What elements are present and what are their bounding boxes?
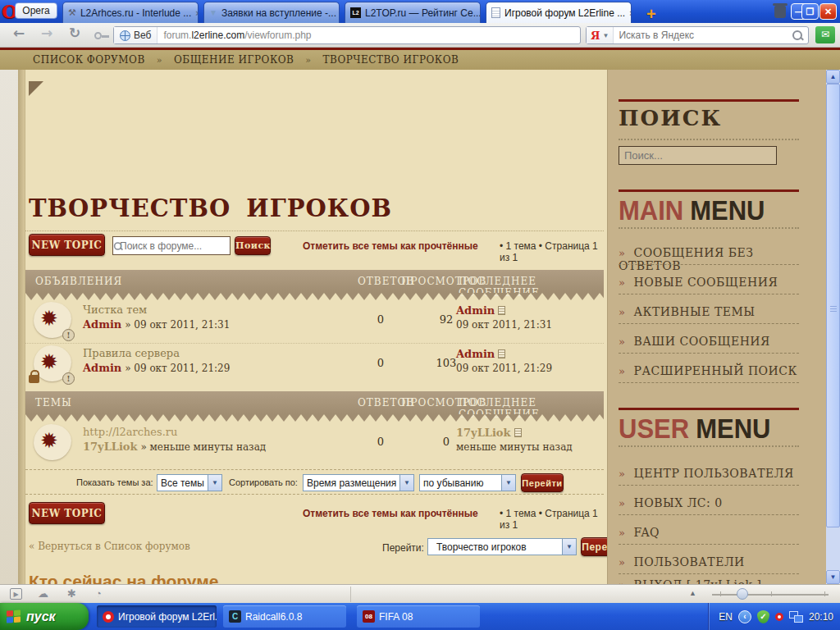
goto-post-icon[interactable]: [498, 349, 505, 358]
search-engine-selector[interactable]: Я ▼: [587, 27, 614, 43]
forum-search-input[interactable]: [118, 240, 247, 252]
sidebar-item-faq[interactable]: »FAQ: [619, 526, 807, 539]
jump-to-select[interactable]: Творчество игроков ▼: [427, 538, 577, 555]
last-post-author-link[interactable]: Admin: [456, 304, 495, 317]
sidebar-item-members[interactable]: »ПОЛЬЗОВАТЕЛИ: [619, 555, 807, 568]
scrollbar-thumb[interactable]: [826, 84, 840, 527]
sidebar-item-label: РАСШИРЕННЫЙ ПОИСК: [633, 364, 797, 377]
filter-go-button[interactable]: Перейти: [521, 473, 564, 492]
language-indicator[interactable]: EN: [719, 611, 733, 623]
url-text[interactable]: forum.l2erline.com/viewforum.php: [158, 30, 311, 41]
main-menu-heading: MAINMENU: [619, 195, 765, 227]
goto-post-icon[interactable]: [498, 306, 505, 315]
zoom-tick: [824, 591, 825, 596]
topic-icon-blob: ✹ !: [34, 345, 71, 381]
topic-link[interactable]: http://l2arches.ru: [83, 426, 266, 438]
taskbar-task-fifa[interactable]: 08 FIFA 08: [357, 605, 480, 628]
sidebar-item-your-posts[interactable]: »ВАШИ СООБЩЕНИЯ: [619, 335, 807, 348]
show-topics-select[interactable]: Все темы ▼: [157, 474, 222, 491]
start-button[interactable]: пуск: [0, 603, 89, 630]
divider: [619, 544, 799, 545]
sidebar-item-logout[interactable]: »ВЫХОД [ 17yLLiok ]: [619, 578, 807, 584]
chevron-down-icon[interactable]: ▼: [562, 539, 576, 555]
search-input[interactable]: [614, 30, 792, 41]
tab-l2top[interactable]: L2 L2TOP.ru — Рейтинг Се... ×: [345, 2, 481, 23]
zoom-slider-thumb[interactable]: [737, 588, 748, 600]
forum-search-button[interactable]: Поиск: [235, 236, 271, 255]
last-post-date: 09 окт 2011, 21:31: [456, 319, 604, 331]
opera-link-cloud-icon[interactable]: ☁: [38, 587, 48, 600]
new-topic-button[interactable]: NEW TOPIC: [29, 234, 105, 256]
goto-post-icon[interactable]: [514, 428, 522, 437]
mark-read-link[interactable]: Отметить все темы как прочтённые: [303, 508, 478, 519]
reload-icon[interactable]: ↻: [69, 25, 80, 41]
sort-direction-select[interactable]: по убыванию ▼: [419, 474, 516, 491]
zoom-slider-track[interactable]: [712, 594, 829, 596]
tab-zayavki[interactable]: ▼ Заявки на вступление -... ×: [203, 2, 340, 23]
last-post-author-link[interactable]: 17yLLiok: [456, 427, 511, 439]
sidebar-item-active-topics[interactable]: »АКТИВНЫЕ ТЕМЫ: [619, 305, 807, 318]
sidebar-item-new-pms[interactable]: »НОВЫХ ЛС: 0: [619, 496, 807, 509]
announcement-badge-icon: !: [62, 329, 75, 341]
breadcrumb-current[interactable]: ТВОРЧЕСТВО ИГРОКОВ: [323, 54, 459, 66]
sidebar-item-user-control-panel[interactable]: »ЦЕНТР ПОЛЬЗОВАТЕЛЯ: [619, 467, 807, 480]
forum-search-box[interactable]: [112, 236, 231, 255]
opera-menu-button[interactable]: Opera: [15, 2, 57, 19]
scroll-down-button[interactable]: ▼: [826, 570, 840, 584]
new-topic-button-bottom[interactable]: NEW TOPIC: [29, 502, 105, 524]
mail-icon[interactable]: ✉: [815, 26, 835, 43]
taskbar-task-raidcall[interactable]: C Raidcall6.0.8: [223, 605, 346, 628]
wand-icon[interactable]: [94, 32, 102, 39]
chevron-down-icon[interactable]: ▼: [501, 475, 515, 491]
topic-row[interactable]: ✹ ! Правила сервера Admin » 09 окт 2011,…: [25, 345, 604, 385]
topic-link[interactable]: Правила сервера: [83, 347, 230, 359]
url-prefix: forum.: [163, 30, 191, 41]
search-icon[interactable]: [792, 30, 803, 41]
breadcrumb-forums-list[interactable]: СПИСОК ФОРУМОВ: [33, 54, 145, 66]
select-value: по убыванию: [420, 477, 501, 489]
hide-icons-chevron-icon[interactable]: ‹: [738, 610, 751, 623]
tab-close-icon[interactable]: ×: [629, 8, 632, 18]
sidebar-item-advanced-search[interactable]: »РАСШИРЕННЫЙ ПОИСК: [619, 364, 807, 377]
tab-forum-active[interactable]: Игровой форум L2Erline ... ×: [486, 2, 632, 23]
chevron-down-icon[interactable]: ▼: [399, 475, 413, 491]
sidebar-search-input[interactable]: [619, 146, 777, 165]
author-link[interactable]: Admin: [83, 362, 121, 374]
opera-turbo-icon[interactable]: ◔: [95, 587, 102, 600]
last-post-author-link[interactable]: Admin: [456, 348, 495, 360]
topic-row[interactable]: ✹ ! Чистка тем Admin » 09 окт 2011, 21:3…: [25, 302, 604, 341]
opera-tray-icon[interactable]: [775, 613, 783, 621]
vertical-scrollbar[interactable]: ▲ ▼: [826, 70, 840, 584]
close-button[interactable]: ✕: [819, 3, 837, 20]
sidebar-item-new-posts[interactable]: »НОВЫЕ СООБЩЕНИЯ: [619, 276, 807, 289]
back-to-forum-list-link[interactable]: « Вернуться в Список форумов: [29, 541, 190, 552]
chevron-down-icon[interactable]: ▼: [208, 475, 221, 491]
forward-icon[interactable]: →: [41, 25, 52, 41]
scroll-up-button[interactable]: ▲: [826, 70, 840, 84]
opera-unite-icon[interactable]: ✱: [67, 587, 76, 600]
new-tab-button[interactable]: +: [646, 5, 656, 24]
address-bar[interactable]: Веб forum.l2erline.com/viewforum.php: [113, 26, 581, 44]
taskbar-task-opera[interactable]: Игровой форум L2Erl...: [97, 605, 217, 628]
antivirus-shield-icon[interactable]: ✓: [757, 610, 769, 623]
sidebar-item-unanswered[interactable]: »СООБЩЕНИЯ БЕЗ ОТВЕТОВ: [619, 246, 807, 272]
fit-width-icon[interactable]: ▲: [689, 589, 696, 597]
author-link[interactable]: Admin: [83, 318, 121, 331]
restore-button[interactable]: ❐: [801, 3, 819, 20]
tab-l2arhces[interactable]: ⚒ L2Arhces.ru - Interlude ... ×: [62, 2, 199, 23]
network-icon[interactable]: [789, 611, 803, 623]
breadcrumb-players-chat[interactable]: ОБЩЕНИЕ ИГРОКОВ: [174, 54, 294, 66]
address-mode-badge[interactable]: Веб: [114, 27, 158, 43]
topic-row[interactable]: ✹ http://l2arches.ru 17yLLiok » меньше м…: [25, 424, 604, 463]
mark-read-link[interactable]: Отметить все темы как прочтённые: [303, 240, 478, 252]
sort-by-select[interactable]: Время размещения ▼: [303, 474, 414, 491]
tab-close-icon[interactable]: ×: [195, 8, 199, 18]
topic-link[interactable]: Чистка тем: [83, 304, 230, 316]
heading-accent: MAIN: [619, 195, 683, 226]
closed-tabs-trash-icon[interactable]: [774, 6, 786, 18]
panels-toggle-icon[interactable]: ▶: [10, 588, 22, 600]
back-icon[interactable]: ←: [13, 25, 25, 41]
author-link[interactable]: 17yLLiok: [83, 441, 138, 453]
yandex-search-bar[interactable]: Я ▼: [586, 26, 809, 44]
sort-by-label: Сортировать по:: [229, 477, 298, 487]
